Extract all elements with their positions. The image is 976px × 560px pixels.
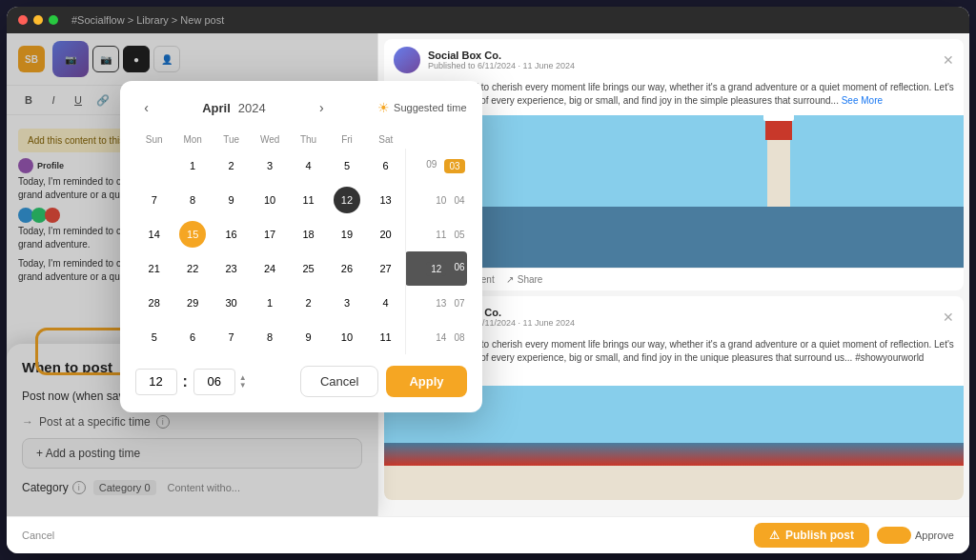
bottom-bar: Cancel ⚠ Publish post Approve	[7, 516, 969, 553]
calendar-day-18[interactable]: 18	[295, 221, 322, 248]
approve-label: Approve	[915, 530, 954, 541]
col-fri: Fri	[328, 130, 366, 149]
time-inputs: : ▲ ▼	[135, 369, 247, 395]
calendar-header: ‹ April 2024 › ☀ Suggested time	[135, 96, 467, 119]
feed-avatar-1	[394, 47, 420, 73]
feed-username-2: Social Box Co.	[428, 307, 935, 318]
calendar-day-3[interactable]: 3	[334, 290, 360, 316]
calendar-day-21[interactable]: 21	[141, 255, 168, 282]
calendar-day-28[interactable]: 28	[141, 290, 168, 316]
calendar-day-23[interactable]: 23	[218, 255, 245, 282]
calendar-day-6[interactable]: 6	[373, 152, 399, 179]
calendar-day-2[interactable]: 2	[295, 290, 322, 316]
calendar-day-24[interactable]: 24	[256, 255, 283, 282]
calendar-grid: Sun Mon Tue Wed Thu Fri Sat 123456090378…	[135, 130, 467, 354]
hour-input[interactable]	[135, 369, 177, 395]
feed-username-1: Social Box Co.	[428, 50, 935, 61]
suggested-time-4: 1307	[405, 286, 466, 320]
calendar-day-7[interactable]: 7	[141, 187, 168, 213]
calendar-day-29[interactable]: 29	[179, 290, 206, 316]
calendar-day-9[interactable]: 9	[295, 324, 322, 350]
feed-meta-1: Published to 6/11/2024 · 11 June 2024	[428, 61, 935, 70]
calendar-day-4[interactable]: 4	[373, 290, 399, 316]
calendar-day-10[interactable]: 10	[334, 324, 360, 350]
calendar-day-12[interactable]: 12	[334, 187, 360, 213]
col-wed: Wed	[251, 130, 289, 149]
feed-close-2[interactable]: ✕	[943, 310, 954, 325]
calendar-cancel-button[interactable]: Cancel	[300, 366, 378, 397]
maximize-dot[interactable]	[49, 15, 58, 25]
breadcrumb: #Socialflow > Library > New post	[71, 14, 224, 26]
col-mon: Mon	[173, 130, 212, 149]
feed-user-info-1: Social Box Co. Published to 6/11/2024 · …	[428, 50, 935, 70]
calendar-day-22[interactable]: 22	[179, 255, 206, 282]
calendar-day-4[interactable]: 4	[295, 152, 322, 179]
month-year-display: April 2024	[202, 101, 266, 115]
col-sat: Sat	[366, 130, 405, 149]
time-stepper: ▲ ▼	[239, 374, 247, 390]
bottom-cancel-button[interactable]: Cancel	[22, 530, 54, 541]
lighthouse-top	[765, 121, 792, 140]
calendar-day-6[interactable]: 6	[179, 324, 206, 350]
calendar-day-11[interactable]: 11	[295, 187, 322, 213]
modal-overlay: ‹ April 2024 › ☀ Suggested time	[7, 33, 377, 516]
lighthouse-body	[767, 140, 790, 207]
calendar-day-25[interactable]: 25	[295, 255, 322, 282]
calendar-day-14[interactable]: 14	[141, 221, 168, 248]
next-month-button[interactable]: ›	[310, 96, 333, 119]
calendar-day-5[interactable]: 5	[334, 152, 360, 179]
stepper-down[interactable]: ▼	[239, 382, 247, 390]
calendar-day-3[interactable]: 3	[256, 152, 283, 179]
calendar-day-26[interactable]: 26	[334, 255, 360, 282]
time-colon: :	[183, 373, 188, 390]
calendar-day-5[interactable]: 5	[141, 324, 168, 350]
calendar-day-17[interactable]: 17	[256, 221, 283, 248]
alert-icon: ⚠	[769, 529, 780, 542]
calendar-day-2[interactable]: 2	[218, 152, 245, 179]
calendar-day-20[interactable]: 20	[373, 221, 399, 248]
calendar-day-10[interactable]: 10	[256, 187, 283, 213]
approve-section: Approve	[877, 527, 954, 544]
share-button-1[interactable]: ↗ Share	[506, 274, 543, 285]
calendar-day-9[interactable]: 9	[218, 187, 245, 213]
calendar-day-13[interactable]: 13	[373, 187, 399, 213]
see-more-link[interactable]: See More	[842, 95, 883, 106]
col-tue: Tue	[212, 130, 250, 149]
close-dot[interactable]	[18, 15, 28, 25]
minimize-dot[interactable]	[33, 15, 43, 25]
calendar-apply-button[interactable]: Apply	[386, 366, 466, 397]
calendar-day-1[interactable]: 1	[256, 290, 283, 316]
minute-input[interactable]	[193, 369, 235, 395]
calendar-day-8[interactable]: 8	[179, 187, 206, 213]
suggested-time-2: 1105	[405, 217, 466, 251]
calendar-actions: : ▲ ▼ Cancel Apply	[135, 366, 467, 397]
feed-user-info-2: Social Box Co. Published to 6/11/2024 · …	[428, 307, 935, 328]
sun-icon: ☀	[377, 100, 390, 115]
suggested-time-5: 1408	[405, 320, 466, 354]
col-thu: Thu	[289, 130, 327, 149]
prev-month-button[interactable]: ‹	[135, 96, 158, 119]
suggested-time-0: 0903	[405, 149, 466, 183]
calendar-day-27[interactable]: 27	[373, 255, 399, 282]
feed-meta-2: Published to 6/11/2024 · 11 June 2024	[428, 318, 935, 328]
approve-toggle[interactable]	[877, 527, 911, 544]
suggested-time: ☀ Suggested time	[377, 100, 466, 115]
calendar-day-11[interactable]: 11	[373, 324, 399, 350]
calendar-year: 2024	[238, 101, 266, 115]
calendar-day-15[interactable]: 15	[179, 221, 206, 248]
calendar-day-8[interactable]: 8	[256, 324, 283, 350]
suggested-time-3: 1206	[405, 251, 466, 286]
publish-post-button[interactable]: ⚠ Publish post	[754, 523, 869, 548]
calendar-day-16[interactable]: 16	[218, 221, 245, 248]
left-panel: SB 📷 📷 ● 👤 B I U 🔗 • ··· Publish	[7, 33, 378, 516]
feed-post-1-header: Social Box Co. Published to 6/11/2024 · …	[384, 39, 964, 81]
feed-close-1[interactable]: ✕	[943, 52, 954, 68]
calendar-month: April	[202, 101, 231, 115]
calendar-modal: ‹ April 2024 › ☀ Suggested time	[120, 81, 482, 412]
calendar-day-7[interactable]: 7	[218, 324, 245, 350]
calendar-day-30[interactable]: 30	[218, 290, 245, 316]
calendar-day-1[interactable]: 1	[179, 152, 206, 179]
calendar-day-19[interactable]: 19	[334, 221, 360, 248]
main-content: SB 📷 📷 ● 👤 B I U 🔗 • ··· Publish	[7, 33, 969, 516]
app-window: #Socialflow > Library > New post SB 📷 📷 …	[7, 7, 969, 553]
